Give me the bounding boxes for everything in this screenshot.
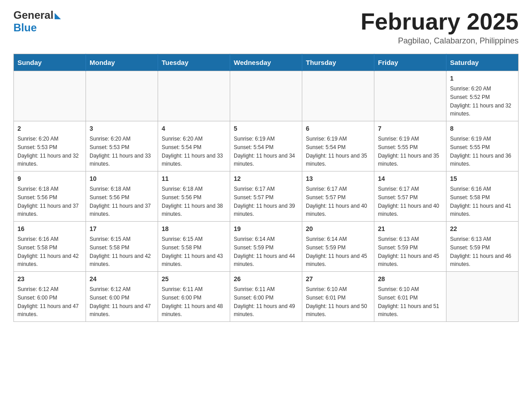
calendar-cell: 9Sunrise: 6:18 AMSunset: 5:56 PMDaylight… (14, 171, 86, 222)
day-info: Sunrise: 6:12 AMSunset: 6:00 PMDaylight:… (90, 286, 151, 317)
day-info: Sunrise: 6:15 AMSunset: 5:58 PMDaylight:… (162, 236, 223, 267)
day-number: 21 (378, 224, 442, 234)
day-header-sunday: Sunday (14, 54, 86, 71)
day-info: Sunrise: 6:10 AMSunset: 6:01 PMDaylight:… (378, 286, 439, 317)
day-info: Sunrise: 6:20 AMSunset: 5:54 PMDaylight:… (162, 136, 223, 167)
calendar-cell: 6Sunrise: 6:19 AMSunset: 5:54 PMDaylight… (302, 121, 374, 171)
day-number: 4 (162, 124, 226, 133)
calendar-cell (14, 71, 86, 121)
day-info: Sunrise: 6:19 AMSunset: 5:55 PMDaylight:… (378, 136, 439, 167)
day-info: Sunrise: 6:18 AMSunset: 5:56 PMDaylight:… (90, 186, 151, 217)
day-info: Sunrise: 6:20 AMSunset: 5:52 PMDaylight:… (450, 86, 511, 117)
calendar-cell: 27Sunrise: 6:10 AMSunset: 6:01 PMDayligh… (302, 272, 374, 322)
day-info: Sunrise: 6:11 AMSunset: 6:00 PMDaylight:… (234, 286, 295, 317)
day-info: Sunrise: 6:16 AMSunset: 5:58 PMDaylight:… (17, 236, 79, 267)
day-number: 22 (450, 224, 515, 234)
day-info: Sunrise: 6:12 AMSunset: 6:00 PMDaylight:… (17, 286, 79, 317)
day-number: 15 (450, 174, 515, 184)
day-number: 10 (90, 174, 154, 184)
day-number: 1 (450, 74, 515, 83)
calendar-week-5: 23Sunrise: 6:12 AMSunset: 6:00 PMDayligh… (14, 272, 519, 322)
day-header-wednesday: Wednesday (230, 54, 302, 71)
calendar-cell: 16Sunrise: 6:16 AMSunset: 5:58 PMDayligh… (14, 222, 86, 272)
day-number: 8 (450, 124, 515, 133)
day-info: Sunrise: 6:17 AMSunset: 5:57 PMDaylight:… (234, 186, 295, 217)
day-number: 17 (90, 224, 154, 234)
day-info: Sunrise: 6:18 AMSunset: 5:56 PMDaylight:… (17, 186, 79, 217)
calendar-cell: 14Sunrise: 6:17 AMSunset: 5:57 PMDayligh… (374, 171, 446, 222)
day-number: 6 (306, 124, 370, 133)
day-number: 13 (306, 174, 370, 184)
logo: General Blue (13, 9, 61, 34)
day-number: 24 (90, 274, 154, 284)
day-number: 11 (162, 174, 226, 184)
calendar-cell (86, 71, 158, 121)
header-row: SundayMondayTuesdayWednesdayThursdayFrid… (14, 54, 519, 71)
calendar-cell (230, 71, 302, 121)
day-info: Sunrise: 6:15 AMSunset: 5:58 PMDaylight:… (90, 236, 151, 267)
calendar-cell: 1Sunrise: 6:20 AMSunset: 5:52 PMDaylight… (446, 71, 519, 121)
calendar-cell: 11Sunrise: 6:18 AMSunset: 5:56 PMDayligh… (158, 171, 230, 222)
day-info: Sunrise: 6:17 AMSunset: 5:57 PMDaylight:… (306, 186, 367, 217)
calendar-week-2: 2Sunrise: 6:20 AMSunset: 5:53 PMDaylight… (14, 121, 519, 171)
calendar-cell: 5Sunrise: 6:19 AMSunset: 5:54 PMDaylight… (230, 121, 302, 171)
calendar-cell: 23Sunrise: 6:12 AMSunset: 6:00 PMDayligh… (14, 272, 86, 322)
day-number: 16 (17, 224, 82, 234)
calendar-cell: 12Sunrise: 6:17 AMSunset: 5:57 PMDayligh… (230, 171, 302, 222)
day-number: 12 (234, 174, 298, 184)
day-info: Sunrise: 6:13 AMSunset: 5:59 PMDaylight:… (378, 236, 439, 267)
day-info: Sunrise: 6:11 AMSunset: 6:00 PMDaylight:… (162, 286, 223, 317)
calendar-week-4: 16Sunrise: 6:16 AMSunset: 5:58 PMDayligh… (14, 222, 519, 272)
day-header-monday: Monday (86, 54, 158, 71)
day-header-tuesday: Tuesday (158, 54, 230, 71)
day-number: 3 (90, 124, 154, 133)
day-info: Sunrise: 6:18 AMSunset: 5:56 PMDaylight:… (162, 186, 223, 217)
day-header-friday: Friday (374, 54, 446, 71)
calendar-cell (302, 71, 374, 121)
day-number: 27 (306, 274, 370, 284)
calendar-cell: 13Sunrise: 6:17 AMSunset: 5:57 PMDayligh… (302, 171, 374, 222)
day-info: Sunrise: 6:20 AMSunset: 5:53 PMDaylight:… (90, 136, 151, 167)
day-header-saturday: Saturday (446, 54, 519, 71)
calendar-week-3: 9Sunrise: 6:18 AMSunset: 5:56 PMDaylight… (14, 171, 519, 222)
calendar-cell: 24Sunrise: 6:12 AMSunset: 6:00 PMDayligh… (86, 272, 158, 322)
logo-blue-text: Blue (13, 21, 37, 34)
day-number: 26 (234, 274, 298, 284)
subtitle: Pagbilao, Calabarzon, Philippines (360, 36, 519, 46)
calendar-cell: 3Sunrise: 6:20 AMSunset: 5:53 PMDaylight… (86, 121, 158, 171)
calendar-cell: 15Sunrise: 6:16 AMSunset: 5:58 PMDayligh… (446, 171, 519, 222)
calendar-cell: 25Sunrise: 6:11 AMSunset: 6:00 PMDayligh… (158, 272, 230, 322)
day-header-thursday: Thursday (302, 54, 374, 71)
day-number: 14 (378, 174, 442, 184)
calendar-cell: 2Sunrise: 6:20 AMSunset: 5:53 PMDaylight… (14, 121, 86, 171)
calendar-cell: 4Sunrise: 6:20 AMSunset: 5:54 PMDaylight… (158, 121, 230, 171)
day-number: 7 (378, 124, 442, 133)
day-number: 23 (17, 274, 82, 284)
day-number: 20 (306, 224, 370, 234)
day-info: Sunrise: 6:19 AMSunset: 5:54 PMDaylight:… (306, 136, 367, 167)
main-title: February 2025 (360, 9, 519, 34)
calendar-header: SundayMondayTuesdayWednesdayThursdayFrid… (14, 54, 519, 71)
calendar-body: 1Sunrise: 6:20 AMSunset: 5:52 PMDaylight… (14, 71, 519, 322)
day-number: 28 (378, 274, 442, 284)
calendar-cell: 26Sunrise: 6:11 AMSunset: 6:00 PMDayligh… (230, 272, 302, 322)
day-number: 19 (234, 224, 298, 234)
day-info: Sunrise: 6:14 AMSunset: 5:59 PMDaylight:… (306, 236, 367, 267)
day-info: Sunrise: 6:16 AMSunset: 5:58 PMDaylight:… (450, 186, 511, 217)
title-block: February 2025 Pagbilao, Calabarzon, Phil… (360, 9, 519, 46)
calendar-cell: 18Sunrise: 6:15 AMSunset: 5:58 PMDayligh… (158, 222, 230, 272)
day-info: Sunrise: 6:14 AMSunset: 5:59 PMDaylight:… (234, 236, 295, 267)
calendar-cell: 17Sunrise: 6:15 AMSunset: 5:58 PMDayligh… (86, 222, 158, 272)
calendar-table: SundayMondayTuesdayWednesdayThursdayFrid… (13, 54, 519, 322)
day-info: Sunrise: 6:13 AMSunset: 5:59 PMDaylight:… (450, 236, 511, 267)
day-number: 25 (162, 274, 226, 284)
calendar-cell (446, 272, 519, 322)
calendar-cell (158, 71, 230, 121)
day-info: Sunrise: 6:20 AMSunset: 5:53 PMDaylight:… (17, 136, 79, 167)
day-info: Sunrise: 6:19 AMSunset: 5:55 PMDaylight:… (450, 136, 511, 167)
calendar-cell: 22Sunrise: 6:13 AMSunset: 5:59 PMDayligh… (446, 222, 519, 272)
calendar-cell: 7Sunrise: 6:19 AMSunset: 5:55 PMDaylight… (374, 121, 446, 171)
day-number: 2 (17, 124, 82, 133)
calendar-cell: 8Sunrise: 6:19 AMSunset: 5:55 PMDaylight… (446, 121, 519, 171)
page-header: General Blue February 2025 Pagbilao, Cal… (13, 9, 519, 46)
